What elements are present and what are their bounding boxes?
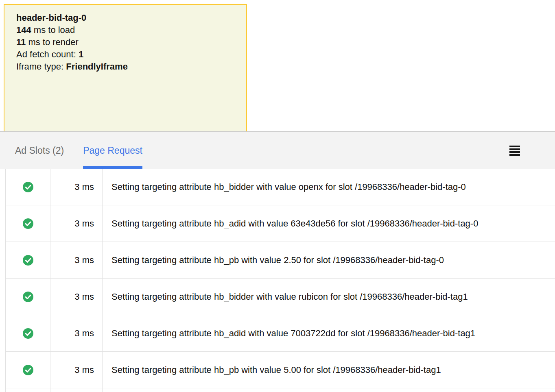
log-time: 3 ms bbox=[50, 205, 103, 242]
check-circle-icon bbox=[23, 255, 33, 266]
log-message: Setting targeting attribute hb_pb with v… bbox=[103, 352, 555, 388]
console-menu-button[interactable] bbox=[505, 132, 524, 169]
log-time: 3 ms bbox=[50, 352, 103, 388]
slot-render-time: 11 ms to render bbox=[16, 36, 238, 48]
log-time: 3 ms bbox=[50, 169, 103, 205]
console-tab-bar: Ad Slots (2) Page Request bbox=[0, 131, 555, 169]
slot-info-overlay: header-bid-tag-0 144 ms to load 11 ms to… bbox=[4, 4, 247, 131]
check-circle-icon bbox=[23, 365, 33, 375]
tab-ad-slots[interactable]: Ad Slots (2) bbox=[15, 132, 64, 169]
log-message: Setting targeting attribute hb_adid with… bbox=[103, 315, 555, 351]
log-rows: 3 ms Setting targeting attribute hb_bidd… bbox=[5, 169, 555, 388]
log-message: Setting targeting attribute hb_pb with v… bbox=[103, 242, 555, 278]
check-circle-icon bbox=[23, 328, 33, 339]
table-row: 3 ms Setting targeting attribute hb_bidd… bbox=[5, 169, 555, 205]
table-row: 3 ms Setting targeting attribute hb_bidd… bbox=[5, 279, 555, 315]
log-message: Setting targeting attribute hb_adid with… bbox=[103, 205, 555, 242]
page-request-log: 3 ms Setting targeting attribute hb_bidd… bbox=[5, 169, 555, 392]
slot-iframe-type: Iframe type: FriendlyIframe bbox=[16, 61, 238, 73]
check-circle-icon bbox=[23, 292, 33, 302]
slot-fetch-count: Ad fetch count: 1 bbox=[16, 48, 238, 61]
check-circle-icon bbox=[23, 218, 33, 229]
table-row: 3 ms Setting targeting attribute hb_pb w… bbox=[5, 352, 555, 388]
list-icon bbox=[509, 146, 520, 156]
log-time: 3 ms bbox=[50, 279, 103, 315]
table-row-partial bbox=[5, 388, 555, 392]
log-message: Setting targeting attribute hb_bidder wi… bbox=[103, 279, 555, 315]
log-message: Setting targeting attribute hb_bidder wi… bbox=[103, 169, 555, 205]
publisher-console: header-bid-tag-0 144 ms to load 11 ms to… bbox=[0, 0, 555, 392]
check-circle-icon bbox=[23, 182, 33, 192]
table-row: 3 ms Setting targeting attribute hb_adid… bbox=[5, 205, 555, 242]
log-time: 3 ms bbox=[50, 315, 103, 351]
log-time: 3 ms bbox=[50, 242, 103, 278]
tab-page-request[interactable]: Page Request bbox=[83, 132, 142, 169]
slot-name: header-bid-tag-0 bbox=[16, 12, 238, 24]
table-row: 3 ms Setting targeting attribute hb_adid… bbox=[5, 315, 555, 352]
table-row: 3 ms Setting targeting attribute hb_pb w… bbox=[5, 242, 555, 279]
slot-load-time: 144 ms to load bbox=[16, 24, 238, 36]
